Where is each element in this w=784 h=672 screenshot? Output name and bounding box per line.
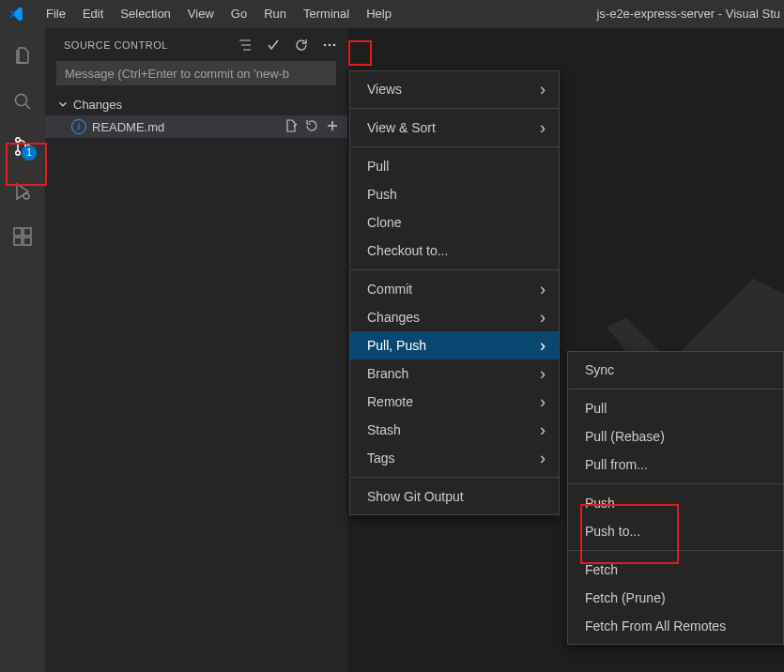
scm-context-menu: ViewsView & SortPullPushCloneCheckout to… (349, 70, 560, 515)
menu-item-stash[interactable]: Stash (350, 416, 559, 444)
activity-bar: 1 (0, 28, 45, 672)
refresh-icon[interactable] (291, 35, 312, 55)
pull-push-submenu: SyncPullPull (Rebase)Pull from...PushPus… (567, 351, 784, 645)
source-control-panel: SOURCE CONTROL Message (Ctrl+Enter to co… (45, 28, 347, 672)
search-icon[interactable] (0, 79, 45, 124)
menu-file[interactable]: File (38, 0, 74, 28)
explorer-icon[interactable] (0, 34, 45, 79)
run-debug-icon[interactable] (0, 169, 45, 214)
file-type-icon: i (71, 119, 86, 134)
changes-label: Changes (73, 98, 122, 112)
svg-point-9 (324, 43, 327, 46)
menu-selection[interactable]: Selection (112, 0, 178, 28)
menu-edit[interactable]: Edit (74, 0, 112, 28)
menu-item-views[interactable]: Views (350, 75, 559, 103)
chevron-down-icon (56, 98, 69, 111)
menu-separator (568, 483, 783, 484)
open-file-icon[interactable] (284, 118, 299, 136)
svg-point-4 (23, 193, 29, 199)
window-title: js-e2e-express-server - Visual Stu (592, 0, 784, 28)
svg-rect-5 (14, 228, 22, 236)
view-as-tree-icon[interactable] (235, 35, 255, 55)
discard-changes-icon[interactable] (304, 118, 319, 136)
menu-item-fetch[interactable]: Fetch (568, 556, 783, 584)
menu-help[interactable]: Help (358, 0, 400, 28)
menu-item-changes[interactable]: Changes (350, 303, 559, 331)
menu-separator (350, 477, 559, 478)
source-control-icon[interactable]: 1 (0, 124, 45, 169)
svg-point-10 (329, 43, 331, 46)
scm-badge: 1 (22, 145, 37, 160)
menu-item-pull[interactable]: Pull (568, 394, 783, 422)
svg-rect-8 (23, 228, 31, 236)
svg-point-1 (16, 138, 20, 142)
menu-item-fetch-prune[interactable]: Fetch (Prune) (568, 584, 783, 612)
menu-separator (350, 146, 559, 147)
vscode-logo-icon (8, 6, 24, 23)
svg-rect-7 (23, 237, 31, 245)
menu-item-view-sort[interactable]: View & Sort (350, 114, 559, 142)
menu-item-checkout-to[interactable]: Checkout to... (350, 237, 559, 265)
commit-icon[interactable] (263, 35, 284, 55)
svg-point-2 (16, 151, 20, 155)
menu-item-pull-push[interactable]: Pull, Push (350, 331, 559, 359)
menubar: File Edit Selection View Go Run Terminal… (0, 0, 784, 28)
svg-point-0 (16, 95, 27, 106)
menu-item-push-to[interactable]: Push to... (568, 517, 783, 545)
menu-item-push[interactable]: Push (568, 489, 783, 517)
commit-message-input[interactable]: Message (Ctrl+Enter to commit on 'new-b (56, 61, 336, 85)
menu-item-remote[interactable]: Remote (350, 388, 559, 416)
menu-item-fetch-from-all-remotes[interactable]: Fetch From All Remotes (568, 612, 783, 640)
menu-item-sync[interactable]: Sync (568, 356, 783, 384)
changed-file-row[interactable]: i README.md (45, 115, 347, 138)
more-actions-icon[interactable] (319, 35, 340, 55)
menu-separator (568, 550, 783, 551)
svg-rect-6 (14, 237, 22, 245)
menu-item-tags[interactable]: Tags (350, 444, 559, 472)
menu-item-push[interactable]: Push (350, 180, 559, 208)
menu-item-branch[interactable]: Branch (350, 359, 559, 388)
menu-item-pull[interactable]: Pull (350, 152, 559, 180)
stage-changes-icon[interactable] (325, 118, 340, 136)
extensions-icon[interactable] (0, 214, 45, 259)
panel-header: SOURCE CONTROL (45, 28, 347, 61)
menu-item-clone[interactable]: Clone (350, 208, 559, 237)
menu-go[interactable]: Go (223, 0, 255, 28)
menu-separator (350, 108, 559, 109)
menu-separator (350, 269, 559, 270)
changes-section[interactable]: Changes (45, 93, 347, 115)
menu-separator (568, 389, 783, 389)
svg-point-11 (333, 43, 336, 46)
menu-item-pull-from[interactable]: Pull from... (568, 451, 783, 479)
panel-title: SOURCE CONTROL (64, 39, 168, 51)
menu-run[interactable]: Run (255, 0, 295, 28)
file-name: README.md (92, 120, 164, 134)
menu-terminal[interactable]: Terminal (295, 0, 358, 28)
menu-item-show-git-output[interactable]: Show Git Output (350, 482, 559, 511)
menu-item-pull-rebase[interactable]: Pull (Rebase) (568, 422, 783, 451)
menu-view[interactable]: View (179, 0, 223, 28)
menu-item-commit[interactable]: Commit (350, 275, 559, 303)
